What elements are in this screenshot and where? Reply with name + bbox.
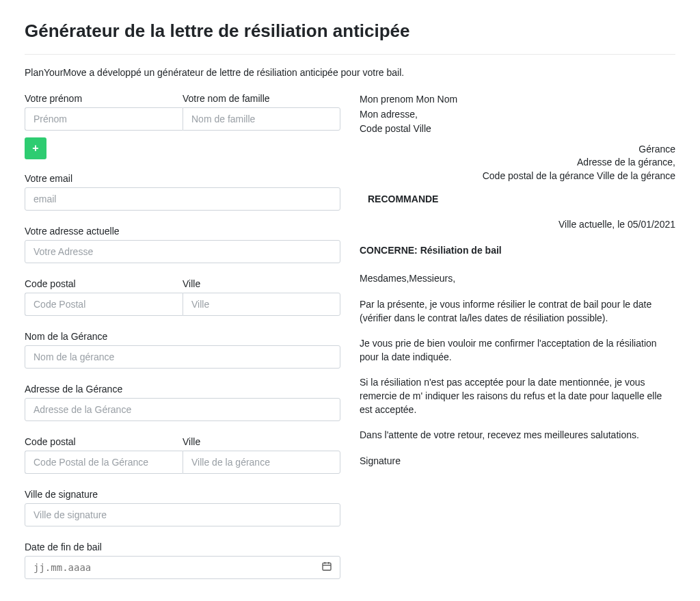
gerance-address-input[interactable] [25,398,340,421]
letter-gerance-name: Gérance [360,143,675,157]
letter-sender-postal-city: Code postal Ville [360,122,675,136]
letter-concerne: CONCERNE: Résiliation de bail [360,244,675,258]
gerance-postal-label: Code postal [25,436,183,447]
page-title: Générateur de la lettre de résiliation a… [25,21,675,42]
gerance-address-label: Adresse de la Gérance [25,384,340,395]
sign-city-label: Ville de signature [25,489,340,500]
email-input[interactable] [25,187,340,211]
postal-input[interactable] [25,293,183,316]
city-label: Ville [183,278,340,289]
letter-signature: Signature [360,455,675,468]
letter-para-3: Si la résiliation n'est pas acceptée pou… [360,376,675,416]
form-column: Votre prénom Votre nom de famille + Votr… [25,93,340,594]
gerance-city-input[interactable] [183,451,340,474]
intro-text: PlanYourMove a développé un générateur d… [25,67,675,78]
letter-sender-name: Mon prenom Mon Nom [360,93,675,107]
city-input[interactable] [183,293,340,316]
lastname-label: Votre nom de famille [183,93,340,104]
address-label: Votre adresse actuelle [25,226,340,237]
gerance-postal-input[interactable] [25,451,183,474]
letter-para-2: Je vous prie de bien vouloir me confirme… [360,337,675,364]
divider [25,54,675,55]
letter-recommande: RECOMMANDE [368,193,675,206]
letter-gerance-postal-city: Code postal de la gérance Ville de la gé… [360,170,675,183]
letter-para-4: Dans l'attente de votre retour, recevez … [360,429,675,442]
letter-para-1: Par la présente, je vous informe résilie… [360,298,675,325]
letter-preview: Mon prenom Mon Nom Mon adresse, Code pos… [360,93,675,594]
gerance-city-label: Ville [183,436,340,447]
letter-sender-address: Mon adresse, [360,108,675,122]
firstname-input[interactable] [25,107,183,131]
letter-salutation: Mesdames,Messieurs, [360,272,675,286]
postal-label: Code postal [25,278,183,289]
end-date-input[interactable] [25,556,340,579]
email-label: Votre email [25,173,340,184]
firstname-label: Votre prénom [25,93,183,104]
letter-date-line: Ville actuelle, le 05/01/2021 [360,218,675,232]
end-date-label: Date de fin de bail [25,542,340,552]
letter-gerance-address: Adresse de la gérance, [360,156,675,170]
add-person-button[interactable]: + [25,137,46,159]
address-input[interactable] [25,240,340,263]
gerance-name-input[interactable] [25,345,340,369]
sign-city-input[interactable] [25,503,340,526]
lastname-input[interactable] [183,107,340,131]
gerance-name-label: Nom de la Gérance [25,331,340,342]
